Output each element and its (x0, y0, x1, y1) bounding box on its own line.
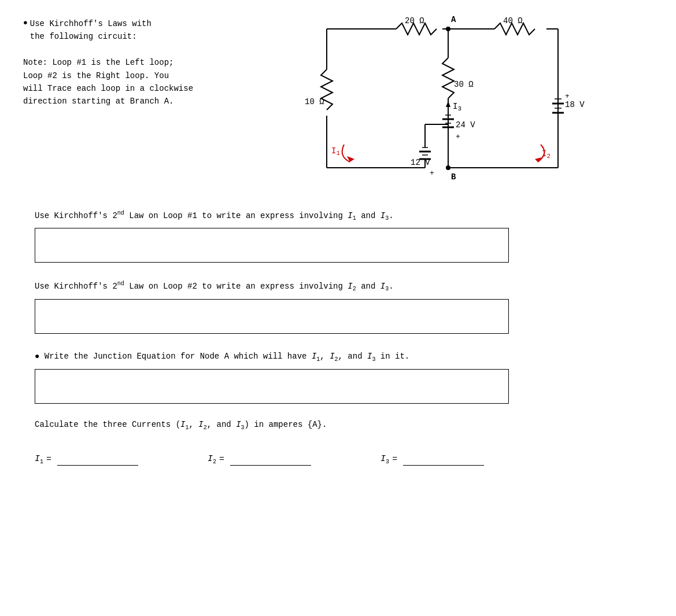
resistor-40-label: 40 Ω (503, 16, 523, 25)
question1-answer-box[interactable] (35, 228, 509, 263)
current2-answer-line[interactable] (230, 454, 311, 466)
question2-text: Use Kirchhoff's 2nd Law on Loop #2 to wr… (35, 279, 653, 294)
resistor-10-label: 10 Ω (305, 97, 324, 106)
circuit-svg: 20 Ω A 40 Ω 10 Ω (292, 12, 593, 191)
instructions: ● Use Kirchhoff's Laws with the followin… (23, 12, 208, 108)
current1-eq: = (46, 455, 51, 464)
question2-answer-box[interactable] (35, 299, 509, 334)
page: ● Use Kirchhoff's Laws with the followin… (23, 12, 653, 466)
question2-block: Use Kirchhoff's 2nd Law on Loop #2 to wr… (23, 279, 653, 333)
current2-answer: I2 = (208, 454, 311, 466)
resistor-30-label: 30 Ω (454, 80, 474, 89)
question1-text: Use Kirchhoff's 2nd Law on Loop #1 to wr… (35, 208, 653, 223)
current-i1-label: I1 (331, 146, 340, 157)
current1-answer: I1 = (35, 454, 138, 466)
question3-text: ● Write the Junction Equation for Node A… (35, 350, 653, 364)
current3-answer-line[interactable] (403, 454, 484, 466)
question3-answer-box[interactable] (35, 369, 509, 404)
source-18v-label: 18 V (565, 100, 585, 109)
source-12v-label: 12 V (411, 158, 430, 167)
svg-marker-23 (446, 101, 450, 107)
current1-label: I1 (35, 454, 43, 465)
currents-answers: I1 = I2 = I3 = (35, 454, 653, 466)
note-text: Note: Loop #1 is the Left loop; Loop #2 … (23, 56, 208, 108)
bullet-icon: ● (23, 17, 28, 43)
source-12v-plus: + (430, 169, 434, 178)
top-section: ● Use Kirchhoff's Laws with the followin… (23, 12, 653, 191)
source-24v-plus: + (456, 132, 460, 141)
current2-eq: = (219, 455, 224, 464)
current3-label: I3 (381, 454, 389, 465)
current3-answer: I3 = (381, 454, 484, 466)
current-i2-label: I2 (542, 149, 551, 160)
instruction-text1: Use Kirchhoff's Laws with the following … (30, 17, 152, 43)
current2-label: I2 (208, 454, 216, 465)
question1-block: Use Kirchhoff's 2nd Law on Loop #1 to wr… (23, 208, 653, 263)
resistor-20-label: 20 Ω (405, 16, 424, 25)
question3-block: ● Write the Junction Equation for Node A… (23, 350, 653, 404)
source-18v-plus: + (565, 92, 570, 101)
current-i3-label: I3 (453, 102, 461, 112)
node-a-label: A (451, 15, 456, 24)
calculate-section: Calculate the three Currents (I1, I2, an… (23, 420, 653, 466)
current1-answer-line[interactable] (57, 454, 138, 466)
current3-eq: = (392, 455, 397, 464)
circuit-diagram: 20 Ω A 40 Ω 10 Ω (231, 12, 653, 191)
instruction-line1: ● Use Kirchhoff's Laws with the followin… (23, 17, 208, 43)
source-24v-label: 24 V (456, 120, 475, 130)
node-b-label: B (451, 172, 456, 182)
calculate-label: Calculate the three Currents (I1, I2, an… (35, 420, 653, 431)
